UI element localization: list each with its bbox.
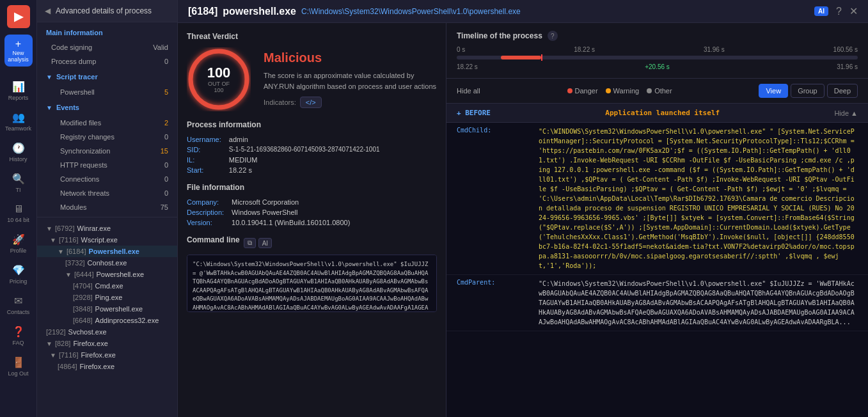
sidebar-item-logout[interactable]: 🚪 Log Out [0,351,36,382]
sidebar-item-pricing[interactable]: 💎 Pricing [0,259,36,290]
view-group-buttons: View Group Deep [759,84,858,98]
cmd-header: Command line ⧉ AI [187,235,437,251]
top-bar: [6184] powershell.exe C:\Windows\System3… [178,0,868,23]
profile-icon: 🚀 [12,233,25,246]
app-logo[interactable]: ▶ [7,5,30,28]
timeline-marker [541,54,542,61]
main-information-title: Main information [37,22,177,40]
cmd-icons: ⧉ AI [244,238,272,248]
group-button[interactable]: Group [791,84,825,98]
nav-network-threats[interactable]: Network threats 0 [37,186,177,200]
log-key-child: CmdChild: [457,127,533,271]
nav-sidebar: ◀ Advanced details of process Main infor… [37,0,178,417]
tree-powershell-6444[interactable]: ▼ [6444] Powershell.exe [37,269,177,280]
new-analysis-button[interactable]: + New analysis [4,35,33,67]
nav-synchronization[interactable]: Synchronization 15 [37,144,177,158]
reports-icon: 📊 [12,81,25,93]
history-icon: 🕐 [12,142,25,154]
contacts-icon: ✉ [14,295,22,307]
sidebar-item-contacts[interactable]: ✉ Contacts [0,290,36,320]
process-name: powershell.exe [223,6,296,17]
nav-powershell[interactable]: Powershell 5 [37,85,177,99]
command-line-section: Command line ⧉ AI "C:\Windows\System32\W… [187,235,437,312]
legend-other: Other [647,87,672,95]
legend: Danger Warning Other [567,87,672,95]
view-button[interactable]: View [759,84,788,98]
tree-firefox-7116[interactable]: ▼ [7116] Firefox.exe [37,349,177,361]
timeline-section: Timeline of the process ? 0 s 18.22 s 31… [446,23,868,79]
score-number: 100 [203,65,235,81]
back-arrow-icon[interactable]: ◀ [45,6,51,15]
tree-svchost[interactable]: [2192] Svchost.exe [37,326,177,338]
sidebar-item-reports[interactable]: 📊 Reports [0,75,36,106]
right-panel: Timeline of the process ? 0 s 18.22 s 31… [446,23,868,417]
tree-wscript[interactable]: ▼ [7116] Wscript.exe [37,234,177,246]
left-panel: Threat Verdict 100 OUT OF 100 [178,23,446,417]
timeline-header: Timeline of the process ? [457,31,858,41]
sidebar-item-profile[interactable]: 🚀 Profile [0,228,36,259]
tree-powershell-3848[interactable]: [3848] Powershell.exe [37,303,177,315]
tree-cmd[interactable]: [4704] Cmd.exe [37,280,177,292]
nav-sidebar-header: ◀ Advanced details of process [37,0,177,22]
deep-button[interactable]: Deep [827,84,858,98]
log-key-parent: CmdParent: [457,279,533,327]
tree-addinprocess[interactable]: [6648] Addinprocess32.exe [37,315,177,326]
hide-all-button[interactable]: Hide all [457,87,480,95]
cmd-text: "C:\Windows\System32\WindowsPowerShell\v… [187,255,437,312]
faq-icon: ❓ [12,326,25,338]
cmd-ai-button[interactable]: AI [258,238,272,248]
score-circle: 100 OUT OF 100 [187,47,251,111]
log-controls: Hide all Danger Warning Other [446,79,868,104]
timeline-fill [501,56,541,59]
verdict-info: Malicious The score is an approximate va… [264,51,437,108]
process-title: [6184] powershell.exe C:\Windows\System3… [188,6,521,17]
os-icon: 🖥 [13,203,24,215]
hide-section-button[interactable]: Hide ▲ [834,109,858,117]
plus-icon: + [7,38,30,50]
nav-registry-changes[interactable]: Registry changes 0 [37,130,177,144]
log-row-child: CmdChild: "C:\WINDOWS\System32\WindowsPo… [446,123,868,275]
nav-process-dump[interactable]: Process dump 0 [37,54,177,68]
tree-winrar[interactable]: ▼ [6792] Winrar.exe [37,223,177,234]
arrow-down-icon-2: ▼ [46,104,52,111]
indicators-code-button[interactable]: </> [300,97,322,108]
process-id: [6184] [188,6,217,17]
verdict-desc: The score is an approximate value calcul… [264,70,437,91]
nav-connections[interactable]: Connections 0 [37,172,177,186]
score-out-of: OUT OF 100 [203,81,235,93]
tree-ping[interactable]: [2928] Ping.exe [37,292,177,303]
teamwork-icon: 👥 [12,111,25,123]
sidebar-item-os[interactable]: 🖥 10 64 bit [0,198,36,228]
help-icon[interactable]: ? [836,6,842,17]
nav-modified-files[interactable]: Modified files 2 [37,116,177,130]
ti-icon: 🔍 [12,173,25,185]
warning-dot [606,88,611,93]
sidebar-item-history[interactable]: 🕐 History [0,137,36,168]
sidebar-item-teamwork[interactable]: 👥 Teamwork [0,106,36,137]
tree-conhost[interactable]: [3732] Conhost.exe [37,257,177,269]
top-bar-left: [6184] powershell.exe C:\Windows\System3… [188,6,521,17]
icon-sidebar: ▶ + New analysis 📊 Reports 👥 Teamwork 🕐 … [0,0,37,417]
tree-powershell-main[interactable]: ▼ [6184] Powershell.exe [37,246,177,257]
arrow-down-icon: ▼ [46,74,52,81]
sidebar-item-ti[interactable]: 🔍 TI [0,168,36,198]
log-val-child: "C:\WINDOWS\System32\WindowsPowerShell\v… [539,127,858,271]
nav-code-signing[interactable]: Code signing Valid [37,40,177,54]
log-row-parent: CmdParent: "C:\Windows\System32\WindowsP… [446,275,868,331]
app-launched-label: Application launched itself [605,109,720,117]
timeline-help-icon[interactable]: ? [548,31,558,41]
tree-firefox-828[interactable]: ▼ [828] Firefox.exe [37,338,177,349]
nav-events[interactable]: ▼ Events [37,99,177,116]
nav-modules[interactable]: Modules 75 [37,200,177,214]
danger-dot [567,88,572,93]
pricing-icon: 💎 [12,264,25,276]
close-icon[interactable]: ✕ [849,5,858,17]
nav-script-tracer[interactable]: ▼ Script tracer [37,68,177,85]
tree-firefox-4864[interactable]: [4864] Firefox.exe [37,361,177,372]
file-info-title: File information [187,183,437,192]
cmd-copy-button[interactable]: ⧉ [244,238,256,248]
nav-http-requests[interactable]: HTTP requests 0 [37,158,177,172]
other-dot [647,88,652,93]
sidebar-item-faq[interactable]: ❓ FAQ [0,320,36,351]
timeline-bar[interactable] [457,56,858,59]
